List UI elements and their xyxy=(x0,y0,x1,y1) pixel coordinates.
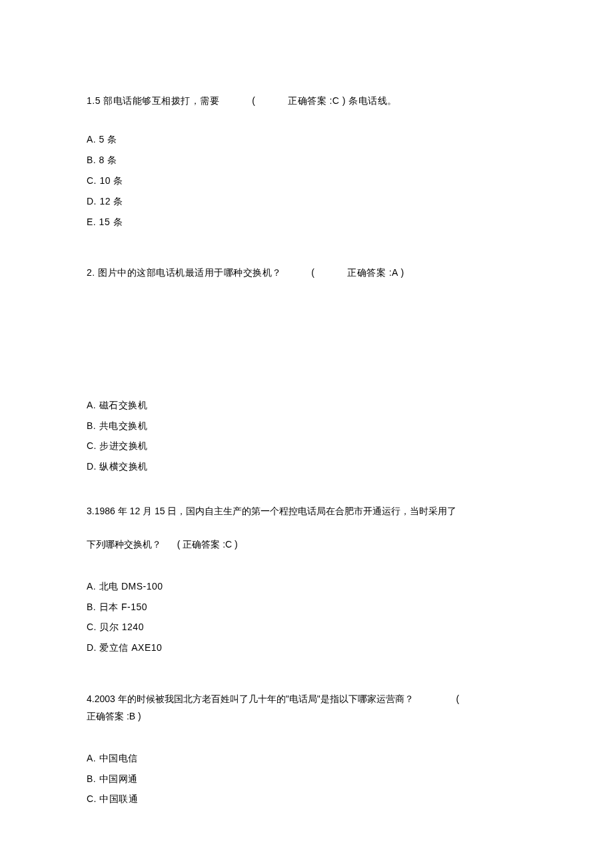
q4-option-b: B. 中国网通 xyxy=(87,769,526,789)
question-4-stem: 4.2003 年的时候被我国北方老百姓叫了几十年的"电话局"是指以下哪家运营商？… xyxy=(87,691,526,724)
q4-option-a: A. 中国电信 xyxy=(87,748,526,769)
question-3-options: A. 北电 DMS-100 B. 日本 F-150 C. 贝尔 1240 D. … xyxy=(87,576,526,658)
q3-text-a: 下列哪种交换机？ xyxy=(87,539,161,550)
q3-text-c: 正确答案 :C ) xyxy=(183,539,237,550)
question-1-stem: 1.5 部电话能够互相拨打，需要 ( 正确答案 :C ) 条电话线。 xyxy=(87,93,526,108)
q4-text-a: 4.2003 年的时候被我国北方老百姓叫了几十年的"电话局"是指以下哪家运营商？ xyxy=(87,693,414,704)
q1-option-e: E. 15 条 xyxy=(87,212,526,232)
q1-option-a: A. 5 条 xyxy=(87,129,526,150)
q2-option-a: A. 磁石交换机 xyxy=(87,395,526,416)
q3-paren: ( xyxy=(177,539,181,550)
q3-line2: 下列哪种交换机？ ( 正确答案 :C ) xyxy=(87,537,526,552)
q2-text-a: 2. 图片中的这部电话机最适用于哪种交换机？ xyxy=(87,267,282,278)
q3-line1: 3.1986 年 12 月 15 日，国内自主生产的第一个程控电话局在合肥市开通… xyxy=(87,504,526,518)
question-1-options: A. 5 条 B. 8 条 C. 10 条 D. 12 条 E. 15 条 xyxy=(87,129,526,232)
q2-option-d: D. 纵横交换机 xyxy=(87,456,526,477)
q1-text-a: 1.5 部电话能够互相拨打，需要 xyxy=(87,95,219,106)
q2-paren: ( xyxy=(311,267,314,278)
q1-paren: ( xyxy=(252,95,255,106)
question-3-stem: 3.1986 年 12 月 15 日，国内自主生产的第一个程控电话局在合肥市开通… xyxy=(87,504,526,552)
q1-option-c: C. 10 条 xyxy=(87,171,526,191)
question-2-options: A. 磁石交换机 B. 共电交换机 C. 步进交换机 D. 纵横交换机 xyxy=(87,395,526,477)
q2-option-c: C. 步进交换机 xyxy=(87,436,526,456)
q2-text-c: 正确答案 :A ) xyxy=(347,267,404,278)
q4-line1: 4.2003 年的时候被我国北方老百姓叫了几十年的"电话局"是指以下哪家运营商？… xyxy=(87,691,526,706)
q3-option-a: A. 北电 DMS-100 xyxy=(87,576,526,597)
q1-option-d: D. 12 条 xyxy=(87,191,526,212)
q1-text-c: 正确答案 :C ) 条电话线。 xyxy=(288,95,397,106)
q2-option-b: B. 共电交换机 xyxy=(87,416,526,436)
question-2-stem: 2. 图片中的这部电话机最适用于哪种交换机？ ( 正确答案 :A ) xyxy=(87,265,526,280)
q3-option-b: B. 日本 F-150 xyxy=(87,597,526,618)
question-4-options: A. 中国电信 B. 中国网通 C. 中国联通 xyxy=(87,748,526,809)
q4-paren: ( xyxy=(456,693,459,704)
q3-option-c: C. 贝尔 1240 xyxy=(87,617,526,638)
image-placeholder xyxy=(87,302,526,395)
q1-option-b: B. 8 条 xyxy=(87,150,526,171)
q3-option-d: D. 爱立信 AXE10 xyxy=(87,638,526,658)
q4-option-c: C. 中国联通 xyxy=(87,789,526,809)
q4-line2: 正确答案 :B ) xyxy=(87,709,526,723)
